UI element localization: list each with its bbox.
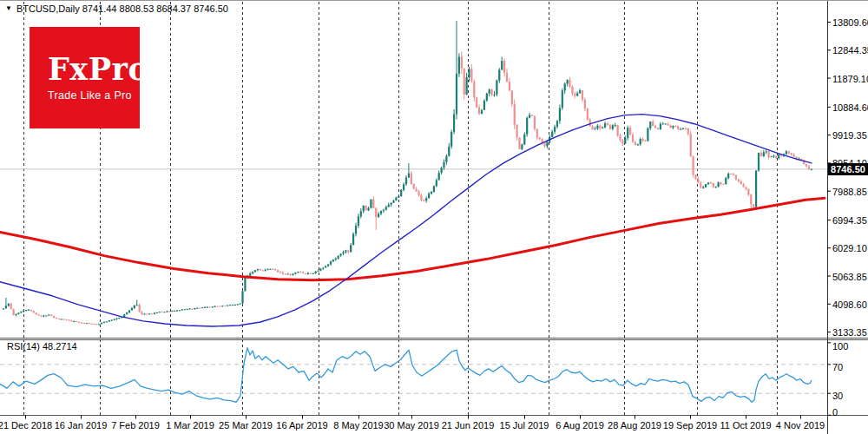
price-axis-tick: 4098.60: [832, 299, 867, 310]
chart-title: ▼ BTCUSD,Daily 8741.44 8808.53 8684.37 8…: [5, 3, 228, 14]
current-price-tag: 8746.50: [828, 163, 868, 175]
price-axis-tick: 5063.85: [832, 272, 867, 282]
chart-window: ▼ BTCUSD,Daily 8741.44 8808.53 8684.37 8…: [0, 0, 868, 434]
rsi-axis-tick: 100: [832, 341, 848, 352]
price-axis-tick: 13809.60: [832, 17, 868, 28]
price-axis-tick: 10884.60: [832, 102, 868, 113]
price-axis-tick: 6029.10: [832, 243, 867, 253]
price-axis-tick: 6994.35: [832, 215, 867, 226]
price-axis-tick: 11879.10: [832, 74, 868, 84]
fxpro-logo-brand: FxPro: [48, 54, 140, 86]
price-axis-tick: 9919.35: [832, 130, 867, 141]
price-axis-tick: 12844.35: [832, 45, 868, 56]
price-axis-tick: 3133.35: [832, 327, 867, 338]
fxpro-logo: FxPro Trade Like a Pro: [30, 27, 140, 128]
symbol-dropdown-icon: ▼: [5, 5, 12, 12]
rsi-axis-tick: 0: [832, 407, 838, 418]
time-axis-tick: 4 Nov 2019: [748, 420, 852, 431]
rsi-indicator-label: RSI(14) 48.2714: [7, 341, 77, 352]
price-axis-tick: 7988.85: [832, 187, 867, 197]
rsi-axis-tick: 70: [832, 362, 843, 372]
fxpro-logo-tagline: Trade Like a Pro: [48, 89, 140, 102]
rsi-axis-tick: 30: [832, 391, 843, 401]
chart-title-text: BTCUSD,Daily 8741.44 8808.53 8684.37 874…: [16, 3, 228, 14]
